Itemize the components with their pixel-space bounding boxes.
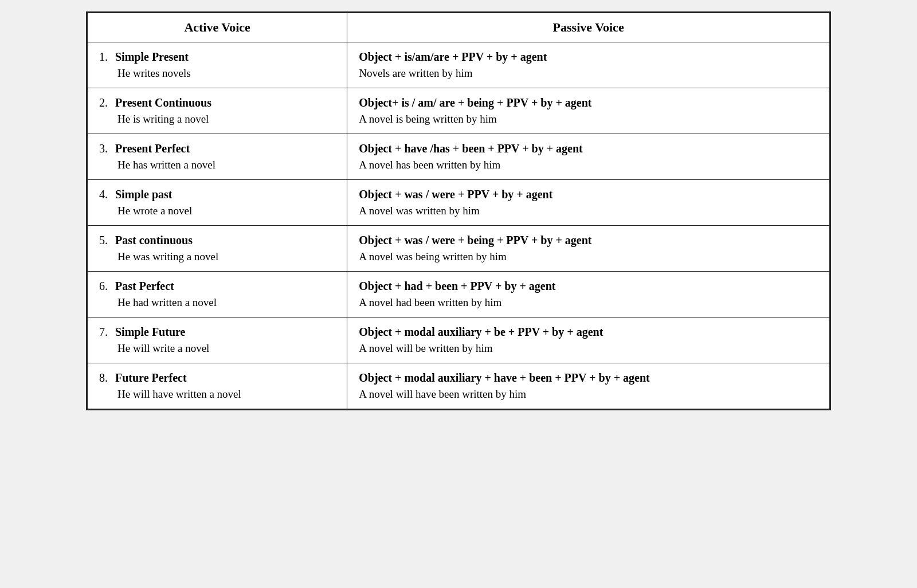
grammar-table: Active Voice Passive Voice 1.Simple Pres… [87,13,830,409]
active-cell-4: 4.Simple pastHe wrote a novel [88,180,347,226]
table-row: 3.Present PerfectHe has written a novelO… [88,134,830,180]
tense-number-6: 6. [99,280,115,293]
passive-formula-1: Object + is/am/are + PPV + by + agent [359,50,818,64]
passive-cell-3: Object + have /has + been + PPV + by + a… [347,134,830,180]
tense-number-8: 8. [99,371,115,385]
passive-example-4: A novel was written by him [359,205,818,217]
passive-example-1: Novels are written by him [359,67,818,80]
table-row: 6.Past PerfectHe had written a novelObje… [88,272,830,317]
grammar-table-container: Active Voice Passive Voice 1.Simple Pres… [86,11,831,410]
active-cell-3: 3.Present PerfectHe has written a novel [88,134,347,180]
table-row: 7.Simple FutureHe will write a novelObje… [88,317,830,363]
active-example-3: He has written a novel [99,159,338,171]
passive-cell-7: Object + modal auxiliary + be + PPV + by… [347,317,830,363]
passive-example-2: A novel is being written by him [359,113,818,126]
active-cell-2: 2.Present ContinuousHe is writing a nove… [88,88,347,134]
active-cell-1: 1.Simple PresentHe writes novels [88,42,347,88]
passive-example-3: A novel has been written by him [359,159,818,171]
tense-number-5: 5. [99,234,115,247]
active-example-2: He is writing a novel [99,113,338,126]
tense-name-8: Future Perfect [115,371,187,385]
passive-formula-8: Object + modal auxiliary + have + been +… [359,371,818,385]
table-row: 4.Simple pastHe wrote a novelObject + wa… [88,180,830,226]
passive-cell-5: Object + was / were + being + PPV + by +… [347,226,830,272]
passive-formula-3: Object + have /has + been + PPV + by + a… [359,142,818,155]
passive-formula-6: Object + had + been + PPV + by + agent [359,280,818,293]
active-example-8: He will have written a novel [99,388,338,401]
passive-example-6: A novel had been written by him [359,296,818,309]
passive-formula-7: Object + modal auxiliary + be + PPV + by… [359,326,818,339]
table-header-row: Active Voice Passive Voice [88,13,830,42]
active-example-6: He had written a novel [99,296,338,309]
tense-name-3: Present Perfect [115,142,190,155]
passive-cell-2: Object+ is / am/ are + being + PPV + by … [347,88,830,134]
header-active-voice: Active Voice [88,13,347,42]
active-example-5: He was writing a novel [99,250,338,263]
tense-name-5: Past continuous [115,234,193,247]
passive-cell-8: Object + modal auxiliary + have + been +… [347,363,830,409]
active-example-7: He will write a novel [99,342,338,355]
passive-cell-4: Object + was / were + PPV + by + agentA … [347,180,830,226]
passive-example-7: A novel will be written by him [359,342,818,355]
tense-name-1: Simple Present [115,50,189,64]
passive-formula-4: Object + was / were + PPV + by + agent [359,188,818,201]
tense-name-7: Simple Future [115,326,185,339]
tense-number-2: 2. [99,96,115,109]
tense-number-7: 7. [99,326,115,339]
passive-formula-5: Object + was / were + being + PPV + by +… [359,234,818,247]
active-cell-6: 6.Past PerfectHe had written a novel [88,272,347,317]
tense-number-1: 1. [99,50,115,64]
active-cell-7: 7.Simple FutureHe will write a novel [88,317,347,363]
passive-cell-6: Object + had + been + PPV + by + agentA … [347,272,830,317]
active-example-4: He wrote a novel [99,205,338,217]
tense-number-4: 4. [99,188,115,201]
active-example-1: He writes novels [99,67,338,80]
tense-name-2: Present Continuous [115,96,211,109]
tense-number-3: 3. [99,142,115,155]
active-cell-8: 8.Future PerfectHe will have written a n… [88,363,347,409]
passive-cell-1: Object + is/am/are + PPV + by + agentNov… [347,42,830,88]
table-row: 8.Future PerfectHe will have written a n… [88,363,830,409]
table-row: 5.Past continuousHe was writing a novelO… [88,226,830,272]
passive-formula-2: Object+ is / am/ are + being + PPV + by … [359,96,818,109]
table-row: 1.Simple PresentHe writes novelsObject +… [88,42,830,88]
passive-example-8: A novel will have been written by him [359,388,818,401]
active-cell-5: 5.Past continuousHe was writing a novel [88,226,347,272]
tense-name-4: Simple past [115,188,172,201]
header-passive-voice: Passive Voice [347,13,830,42]
passive-example-5: A novel was being written by him [359,250,818,263]
table-row: 2.Present ContinuousHe is writing a nove… [88,88,830,134]
tense-name-6: Past Perfect [115,280,174,293]
